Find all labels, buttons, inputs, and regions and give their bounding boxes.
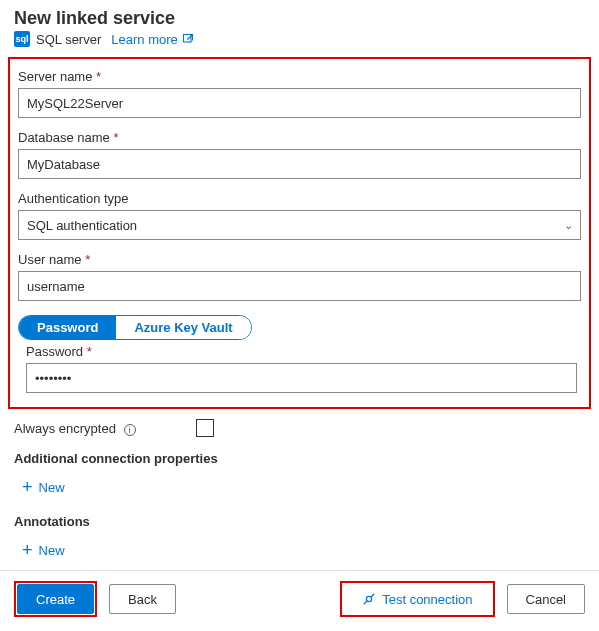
user-name-label: User name *: [18, 252, 581, 271]
add-annotation-button[interactable]: + New: [0, 533, 599, 567]
auth-type-group: Authentication type ⌄: [16, 187, 583, 248]
database-name-label: Database name *: [18, 130, 581, 149]
svg-point-1: [367, 596, 372, 601]
server-name-input[interactable]: [18, 88, 581, 118]
cancel-button[interactable]: Cancel: [507, 584, 585, 614]
service-type-label: SQL server: [36, 32, 101, 47]
user-name-input[interactable]: [18, 271, 581, 301]
annotations-label: Annotations: [0, 504, 599, 533]
sql-server-icon: sql: [14, 31, 30, 47]
database-name-input[interactable]: [18, 149, 581, 179]
always-encrypted-checkbox[interactable]: [196, 419, 214, 437]
azure-key-vault-tab[interactable]: Azure Key Vault: [116, 316, 250, 339]
svg-rect-0: [183, 35, 191, 43]
create-highlight: Create: [14, 581, 97, 617]
password-label: Password *: [26, 344, 577, 363]
auth-type-select[interactable]: [18, 210, 581, 240]
test-connection-button[interactable]: Test connection: [343, 584, 491, 614]
service-subheader: sql SQL server Learn more: [0, 31, 599, 57]
back-button[interactable]: Back: [109, 584, 176, 614]
always-encrypted-label: Always encrypted: [14, 421, 116, 436]
server-name-group: Server name *: [16, 65, 583, 126]
footer-bar: Create Back Test connection Cancel: [0, 570, 599, 631]
page-title: New linked service: [0, 0, 599, 31]
database-name-group: Database name *: [16, 126, 583, 187]
password-source-switch: Password Azure Key Vault: [18, 315, 252, 340]
always-encrypted-row: Always encrypted i: [0, 409, 599, 441]
info-icon[interactable]: i: [124, 424, 136, 436]
plus-icon: +: [22, 478, 33, 496]
plug-icon: [362, 592, 376, 606]
create-button[interactable]: Create: [17, 584, 94, 614]
add-connection-property-button[interactable]: + New: [0, 470, 599, 504]
user-name-group: User name *: [16, 248, 583, 309]
highlighted-form-region: Server name * Database name * Authentica…: [8, 57, 591, 409]
learn-more-link[interactable]: Learn more: [111, 32, 193, 47]
server-name-label: Server name *: [18, 69, 581, 88]
plus-icon: +: [22, 541, 33, 559]
password-group: Password *: [16, 344, 583, 399]
external-link-icon: [182, 33, 194, 45]
auth-type-label: Authentication type: [18, 191, 581, 210]
additional-props-label: Additional connection properties: [0, 441, 599, 470]
password-input[interactable]: [26, 363, 577, 393]
password-tab[interactable]: Password: [19, 316, 116, 339]
test-connection-highlight: Test connection: [340, 581, 494, 617]
